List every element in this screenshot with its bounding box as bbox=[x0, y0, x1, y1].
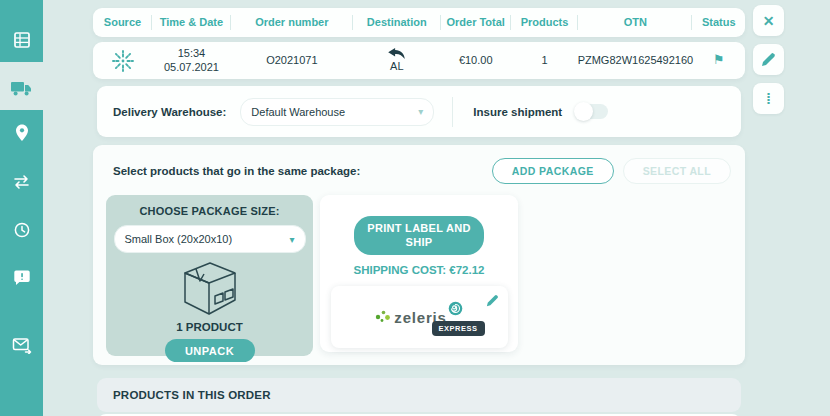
package-section-title: Select products that go in the same pack… bbox=[113, 165, 492, 177]
orders-grid-icon bbox=[12, 30, 32, 50]
package-size-select[interactable]: Small Box (20x20x10) ▾ bbox=[114, 225, 306, 253]
order-otn-cell: PZMG82W1625492160 bbox=[578, 42, 692, 79]
column-header-destination[interactable]: Destination bbox=[353, 8, 441, 37]
send-mail-icon bbox=[12, 337, 32, 354]
print-label-ship-button[interactable]: PRINT LABEL AND SHIP bbox=[354, 216, 484, 255]
package-section-header: Select products that go in the same pack… bbox=[113, 157, 731, 185]
delivery-warehouse-value: Default Warehouse bbox=[251, 106, 345, 118]
order-time-date-cell: 15:34 05.07.2021 bbox=[152, 42, 231, 79]
order-number-cell: O2021071 bbox=[231, 42, 353, 79]
order-status-cell[interactable]: ⚑ bbox=[692, 42, 744, 79]
sidebar-item-history[interactable] bbox=[0, 217, 43, 243]
insure-shipment-label: Insure shipment bbox=[473, 106, 562, 118]
location-pin-icon bbox=[13, 123, 31, 143]
column-header-status[interactable]: Status bbox=[692, 8, 744, 37]
carrier-logo: zeleris bbox=[331, 286, 508, 326]
zeleris-leaf-dots-icon bbox=[375, 308, 391, 323]
main-panel: Source Time & Date Order number Destinat… bbox=[93, 0, 745, 416]
sidebar-item-transfers[interactable] bbox=[0, 169, 43, 195]
column-header-order-number[interactable]: Order number bbox=[231, 8, 353, 37]
express-badge: EXPRESS bbox=[432, 321, 485, 336]
source-burst-icon bbox=[111, 49, 135, 73]
sidebar-item-locations[interactable] bbox=[0, 120, 43, 146]
zeleris-swirl-badge-icon bbox=[448, 301, 463, 316]
choose-package-size-label: CHOOSE PACKAGE SIZE: bbox=[106, 205, 313, 217]
column-header-time-date[interactable]: Time & Date bbox=[152, 8, 231, 37]
delivery-truck-icon bbox=[10, 80, 33, 97]
shipment-options-card: Delivery Warehouse: Default Warehouse ▾ … bbox=[97, 86, 741, 137]
order-total-cell: €10.00 bbox=[441, 42, 511, 79]
notifications-chat-icon bbox=[13, 269, 31, 287]
column-header-otn[interactable]: OTN bbox=[578, 8, 692, 37]
pencil-icon bbox=[761, 52, 776, 67]
status-flag-icon: ⚑ bbox=[713, 52, 725, 68]
package-section: Select products that go in the same pack… bbox=[93, 145, 745, 365]
transfers-repeat-icon bbox=[12, 174, 31, 190]
edit-order-button[interactable] bbox=[753, 44, 784, 75]
add-package-button[interactable]: ADD PACKAGE bbox=[492, 158, 614, 184]
more-options-button[interactable]: ⁞ bbox=[753, 83, 784, 114]
unpack-button[interactable]: UNPACK bbox=[165, 339, 255, 362]
shipping-card: PRINT LABEL AND SHIP SHIPPING COST: €72.… bbox=[320, 195, 518, 352]
cardboard-box-icon bbox=[174, 258, 246, 320]
column-header-source[interactable]: Source bbox=[93, 8, 152, 37]
order-products-cell: 1 bbox=[511, 42, 579, 79]
sidebar-item-orders[interactable] bbox=[0, 27, 43, 53]
products-in-order-bar[interactable]: PRODUCTS IN THIS ORDER bbox=[97, 378, 741, 412]
toggle-knob bbox=[574, 102, 593, 121]
order-row[interactable]: 15:34 05.07.2021 O2021071 AL €10.00 1 PZ… bbox=[93, 42, 745, 79]
history-clock-icon bbox=[13, 221, 31, 239]
chevron-down-icon: ▾ bbox=[289, 234, 294, 245]
vertical-divider bbox=[452, 97, 453, 127]
carrier-card: zeleris EXPRESS bbox=[331, 286, 508, 348]
column-header-products[interactable]: Products bbox=[511, 8, 579, 37]
sidebar-item-shipping-active[interactable] bbox=[0, 75, 43, 101]
more-dots-icon: ⁞ bbox=[766, 91, 771, 106]
close-icon: ✕ bbox=[763, 13, 775, 29]
product-count-label: 1 PRODUCT bbox=[106, 321, 313, 333]
order-table-header: Source Time & Date Order number Destinat… bbox=[93, 8, 745, 37]
sidebar-item-notifications[interactable] bbox=[0, 265, 43, 291]
package-size-value: Small Box (20x20x10) bbox=[125, 233, 233, 245]
delivery-warehouse-label: Delivery Warehouse: bbox=[113, 106, 226, 118]
close-button[interactable]: ✕ bbox=[753, 5, 784, 36]
package-card: CHOOSE PACKAGE SIZE: Small Box (20x20x10… bbox=[106, 195, 313, 356]
sidebar-item-send-mail[interactable] bbox=[0, 332, 43, 358]
sidebar bbox=[0, 0, 43, 416]
shipping-cost-label: SHIPPING COST: €72.12 bbox=[320, 264, 518, 276]
delivery-warehouse-select[interactable]: Default Warehouse ▾ bbox=[240, 98, 434, 126]
sidebar-block-bottom bbox=[0, 110, 43, 416]
edit-carrier-button[interactable] bbox=[486, 294, 499, 307]
order-time: 15:34 bbox=[178, 47, 206, 61]
insure-shipment-toggle[interactable] bbox=[576, 104, 608, 119]
order-date: 05.07.2021 bbox=[164, 61, 219, 75]
chevron-down-icon: ▾ bbox=[418, 106, 423, 117]
order-destination-cell: AL bbox=[353, 42, 441, 79]
products-in-order-title: PRODUCTS IN THIS ORDER bbox=[113, 389, 271, 401]
column-header-order-total[interactable]: Order Total bbox=[441, 8, 511, 37]
select-all-button[interactable]: SELECT ALL bbox=[623, 158, 731, 184]
reply-arrow-icon bbox=[388, 48, 405, 60]
order-source-cell bbox=[93, 42, 152, 79]
